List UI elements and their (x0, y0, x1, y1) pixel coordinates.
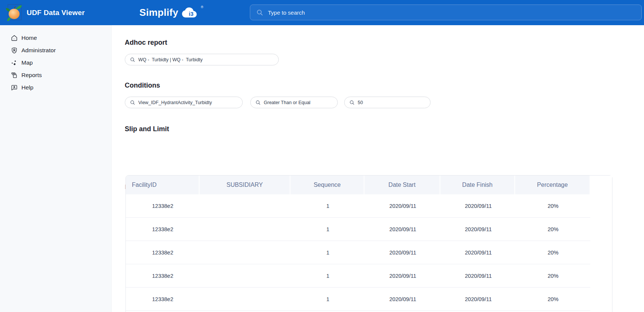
cell-facilityid: 12338e2 (126, 194, 200, 217)
adhoc-report-title: Adhoc report (125, 39, 167, 47)
column-header-percentage[interactable]: Percentage (515, 176, 590, 194)
app-root: UDF Data Viewer Simplify i3 ® (0, 0, 644, 312)
data-grid: FacilityID SUBSIDIARY Sequence Date Star… (125, 175, 612, 312)
cell-date-start: 2020/09/11 (365, 241, 441, 264)
cell-sequence: 1 (291, 264, 365, 287)
sidebar-item-label: Administrator (21, 47, 56, 54)
brand-name: Simplify (139, 7, 178, 18)
cell-date-finish: 2020/09/11 (441, 288, 516, 310)
cell-facilityid: 12338e2 (126, 264, 200, 287)
slip-and-limit-title: Slip and Limit (125, 125, 169, 133)
condition-operator-field[interactable] (250, 97, 338, 108)
column-header-date-finish[interactable]: Date Finish (440, 176, 516, 194)
search-icon (349, 100, 355, 105)
condition-column-input[interactable] (138, 100, 242, 105)
sidebar-item-reports[interactable]: Reports (0, 69, 111, 81)
reports-copies-icon (10, 71, 18, 79)
cell-date-start: 2020/09/11 (365, 194, 441, 217)
cell-date-start: 2020/09/11 (365, 264, 441, 287)
brand-cloud-i3-icon: i3 (181, 6, 200, 19)
grid-header-row: FacilityID SUBSIDIARY Sequence Date Star… (126, 176, 612, 194)
sidebar: Home Administrator Map (0, 25, 112, 312)
table-row: 12338e2 1 2020/09/11 2020/09/11 20% (126, 218, 612, 241)
cell-percentage: 20% (516, 194, 590, 217)
condition-value-input[interactable] (358, 100, 430, 105)
sidebar-item-administrator[interactable]: Administrator (0, 44, 111, 56)
cell-subsidiary (200, 194, 291, 217)
sidebar-item-label: Reports (21, 72, 42, 79)
shield-person-icon (10, 46, 18, 54)
column-header-subsidiary[interactable]: SUBSIDIARY (200, 176, 291, 194)
cell-date-start: 2020/09/11 (365, 218, 441, 241)
sidebar-item-home[interactable]: Home (0, 32, 111, 44)
app-title: UDF Data Viewer (27, 0, 85, 25)
sidebar-item-map[interactable]: Map (0, 56, 111, 69)
cell-facilityid: 12338e2 (126, 218, 200, 241)
cell-date-finish: 2020/09/11 (441, 218, 516, 241)
search-icon (130, 100, 135, 105)
top-header: UDF Data Viewer Simplify i3 ® (0, 0, 644, 25)
cell-facilityid: 12338e2 (126, 288, 200, 310)
table-row: 12338e2 1 2020/09/11 2020/09/11 20% (126, 264, 612, 288)
cell-percentage: 20% (516, 218, 590, 241)
help-chat-icon (10, 83, 18, 91)
adhoc-report-input[interactable] (138, 57, 278, 62)
cell-sequence: 1 (291, 288, 365, 310)
search-icon (256, 9, 263, 16)
cell-subsidiary (200, 264, 291, 287)
grid-body: 12338e2 1 2020/09/11 2020/09/11 20% 1233… (126, 194, 612, 311)
cell-subsidiary (200, 218, 291, 241)
global-search[interactable] (250, 5, 642, 20)
column-header-facilityid[interactable]: FacilityID (126, 176, 200, 194)
app-logo-icon[interactable] (5, 3, 23, 21)
cell-subsidiary (200, 288, 291, 310)
condition-value-field[interactable] (344, 97, 431, 108)
search-icon (255, 100, 261, 105)
registered-mark: ® (201, 5, 204, 9)
cell-date-finish: 2020/09/11 (441, 241, 516, 264)
cell-percentage: 20% (516, 288, 590, 310)
conditions-title: Conditions (125, 82, 160, 89)
cell-sequence: 1 (291, 218, 365, 241)
cell-percentage: 20% (516, 241, 590, 264)
column-header-sequence[interactable]: Sequence (290, 176, 364, 194)
svg-text:i3: i3 (189, 11, 193, 17)
search-icon (130, 57, 135, 62)
adhoc-report-field[interactable] (125, 54, 279, 65)
condition-column-field[interactable] (125, 97, 243, 108)
table-row: 12338e2 1 2020/09/11 2020/09/11 20% (126, 288, 612, 311)
table-row: 12338e2 1 2020/09/11 2020/09/11 20% (126, 241, 612, 264)
map-dots-icon (10, 59, 18, 67)
cell-sequence: 1 (291, 241, 365, 264)
sidebar-item-label: Home (21, 35, 37, 41)
cell-sequence: 1 (291, 194, 365, 217)
condition-operator-input[interactable] (264, 100, 337, 105)
main-content: Adhoc report Conditions (112, 25, 644, 312)
cell-percentage: 20% (516, 264, 590, 287)
cell-facilityid: 12338e2 (126, 241, 200, 264)
brand-logo: Simplify i3 ® (139, 0, 203, 25)
cell-date-start: 2020/09/11 (365, 288, 441, 310)
column-header-date-start[interactable]: Date Start (364, 176, 440, 194)
sidebar-item-help[interactable]: Help (0, 81, 111, 94)
home-icon (10, 34, 18, 42)
cell-date-finish: 2020/09/11 (441, 264, 516, 287)
table-row: 12338e2 1 2020/09/11 2020/09/11 20% (126, 194, 612, 218)
cell-date-finish: 2020/09/11 (441, 194, 516, 217)
column-header-filler (590, 176, 612, 194)
global-search-input[interactable] (268, 9, 641, 16)
sidebar-item-label: Help (21, 84, 33, 91)
sidebar-item-label: Map (21, 59, 33, 66)
cell-subsidiary (200, 241, 291, 264)
